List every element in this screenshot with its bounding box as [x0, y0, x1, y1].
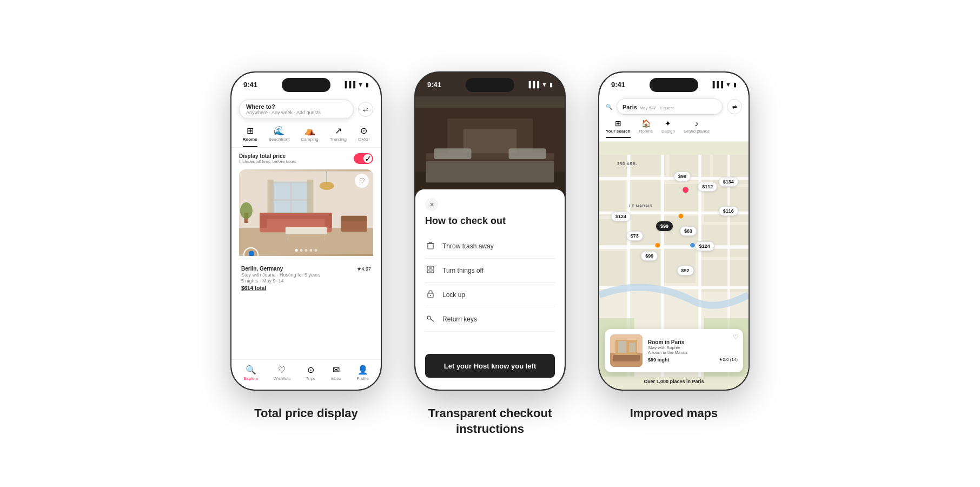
cat-omg-label: OMG!: [358, 137, 369, 142]
wifi-icon-2: ▼: [541, 81, 547, 88]
p3-cat-yoursearch[interactable]: ⊞ Your search: [606, 119, 631, 138]
lock-icon: [425, 289, 436, 300]
dynamic-island-2: [466, 78, 514, 92]
cat-beachfront[interactable]: 🌊 Beachfront: [269, 126, 290, 147]
map-card-heart[interactable]: ♡: [733, 333, 739, 341]
signal-icon-1: ▐▐▐: [343, 81, 355, 88]
svg-rect-62: [599, 246, 749, 249]
nav-trips[interactable]: ⊙ Trips: [306, 365, 315, 381]
listing-dates: 5 nights · May 9–14: [241, 278, 371, 284]
price-marker-63[interactable]: $63: [680, 226, 697, 236]
svg-rect-79: [613, 355, 640, 361]
host-notify-button[interactable]: Let your Host know you left: [425, 354, 555, 378]
price-marker-99b[interactable]: $99: [641, 251, 658, 261]
profile-label: Profile: [356, 376, 369, 381]
phone3-wrapper: 9:41 ▐▐▐ ▼ ▮ 🔍 Paris May 5–7 · 1 guest: [598, 71, 750, 422]
svg-point-71: [655, 243, 660, 248]
svg-point-73: [679, 214, 684, 219]
filter-button-3[interactable]: ⇌: [727, 99, 742, 114]
lightbulb-icon: [425, 265, 436, 276]
wishlists-icon: ♡: [278, 365, 286, 375]
phone2: 9:41 ▐▐▐ ▼ ▮: [414, 71, 566, 391]
signal-icon-2: ▐▐▐: [527, 81, 539, 88]
p3-cat-rooms[interactable]: 🏠 Rooms: [639, 119, 653, 138]
toggle-knob: ✓: [363, 154, 372, 163]
wifi-icon-1: ▼: [357, 81, 363, 88]
nav-inbox[interactable]: ✉ Inbox: [330, 365, 341, 381]
time-1: 9:41: [243, 81, 257, 89]
p3-search-row: 🔍 Paris May 5–7 · 1 guest ⇌: [599, 96, 749, 119]
map-label-3rd: 3RD ARR.: [617, 162, 637, 166]
svg-rect-51: [704, 187, 749, 222]
your-search-label: Your search: [606, 129, 631, 134]
nav-profile[interactable]: 👤 Profile: [356, 365, 369, 381]
cat-beachfront-icon: 🌊: [274, 126, 284, 136]
price-marker-98[interactable]: $98: [674, 172, 691, 181]
price-marker-124a[interactable]: $124: [611, 212, 631, 221]
inbox-icon: ✉: [333, 365, 340, 375]
p3-cat-pianos[interactable]: ♪ Grand pianos: [684, 119, 710, 138]
p3-categories: ⊞ Your search 🏠 Rooms ✦ Design ♪: [599, 119, 749, 142]
price-toggle-left: Display total price Includes all fees, b…: [239, 153, 296, 164]
checkout-sheet: ✕ How to check out: [415, 189, 565, 390]
price-toggle-title: Display total price: [239, 153, 296, 159]
price-toggle-switch[interactable]: ✓: [354, 153, 373, 164]
svg-line-41: [431, 319, 434, 321]
checkout-item-off: Turn things off: [425, 259, 555, 283]
map-card-image: [610, 334, 643, 367]
svg-point-20: [240, 202, 253, 219]
phone1-content: Where to? Anywhere · Any week · Add gues…: [231, 96, 381, 390]
nav-wishlists[interactable]: ♡ Wishlists: [274, 365, 291, 381]
map-listing-card[interactable]: Room in Paris Stay with Sophie A room in…: [605, 329, 743, 372]
filter-button-1[interactable]: ⇌: [358, 102, 373, 117]
cat-rooms[interactable]: ⊞ Rooms: [243, 126, 257, 147]
battery-icon-1: ▮: [366, 81, 369, 88]
dot-1: [295, 249, 298, 252]
cat-camping[interactable]: ⛺ Camping: [301, 126, 319, 147]
map-area[interactable]: 3RD ARR. LE MARAIS $98 $112 $134 $124 $9…: [599, 142, 749, 390]
price-marker-73[interactable]: $73: [626, 231, 643, 241]
cat-beachfront-label: Beachfront: [269, 137, 290, 142]
price-toggle-bar: Display total price Includes all fees, b…: [231, 148, 381, 169]
map-card-desc: A room in the Marais: [648, 350, 738, 355]
keys-icon: [425, 314, 436, 325]
categories-1: ⊞ Rooms 🌊 Beachfront ⛺ Camping ↗: [231, 123, 381, 148]
price-marker-99-selected[interactable]: $99: [656, 221, 673, 231]
explore-icon: 🔍: [246, 365, 256, 375]
caption-1: Total price display: [254, 406, 358, 422]
p3-search-city: Paris: [623, 104, 637, 110]
svg-rect-50: [664, 184, 701, 213]
search-sub-1: Anywhere · Any week · Add guests: [246, 110, 347, 115]
svg-rect-13: [325, 213, 332, 228]
cat-trending[interactable]: ↗ Trending: [330, 126, 347, 147]
sheet-close-button[interactable]: ✕: [425, 198, 438, 211]
phone3-content: 🔍 Paris May 5–7 · 1 guest ⇌ ⊞ Your searc…: [599, 96, 749, 390]
p3-pianos-icon: ♪: [694, 119, 698, 128]
listing-card-1[interactable]: ♡ 👤: [239, 169, 373, 293]
svg-rect-11: [260, 213, 332, 219]
listing-info-1: Berlin, Germany ★4.97 Stay with Joana · …: [239, 256, 373, 293]
cat-trending-icon: ↗: [335, 126, 342, 136]
your-search-icon: ⊞: [615, 119, 621, 128]
price-toggle-sub: Includes all fees, before taxes: [239, 159, 296, 164]
p3-cat-design[interactable]: ✦ Design: [661, 119, 675, 138]
wishlists-label: Wishlists: [274, 376, 291, 381]
price-marker-134[interactable]: $134: [719, 177, 738, 187]
status-icons-2: ▐▐▐ ▼ ▮: [527, 81, 553, 88]
nav-explore[interactable]: 🔍 Explore: [243, 365, 258, 381]
checkout-item-lock-label: Lock up: [442, 291, 465, 299]
price-marker-112[interactable]: $112: [698, 182, 717, 192]
svg-point-70: [683, 187, 688, 193]
svg-rect-18: [341, 216, 367, 221]
price-marker-116[interactable]: $116: [719, 206, 738, 216]
map-card-price-row: $99 night ★5.0 (14): [648, 357, 738, 363]
search-title-1: Where to?: [246, 103, 347, 110]
checkout-item-keys-label: Return keys: [442, 315, 477, 323]
search-bar-1[interactable]: Where to? Anywhere · Any week · Add gues…: [239, 100, 354, 119]
p3-search-bar[interactable]: Paris May 5–7 · 1 guest: [617, 98, 723, 115]
cat-omg[interactable]: ⊙ OMG!: [358, 126, 369, 147]
checkout-item-trash: Throw trash away: [425, 234, 555, 259]
price-marker-124b[interactable]: $124: [695, 241, 714, 251]
price-marker-92[interactable]: $92: [677, 266, 694, 275]
checkout-item-trash-label: Throw trash away: [442, 242, 494, 250]
